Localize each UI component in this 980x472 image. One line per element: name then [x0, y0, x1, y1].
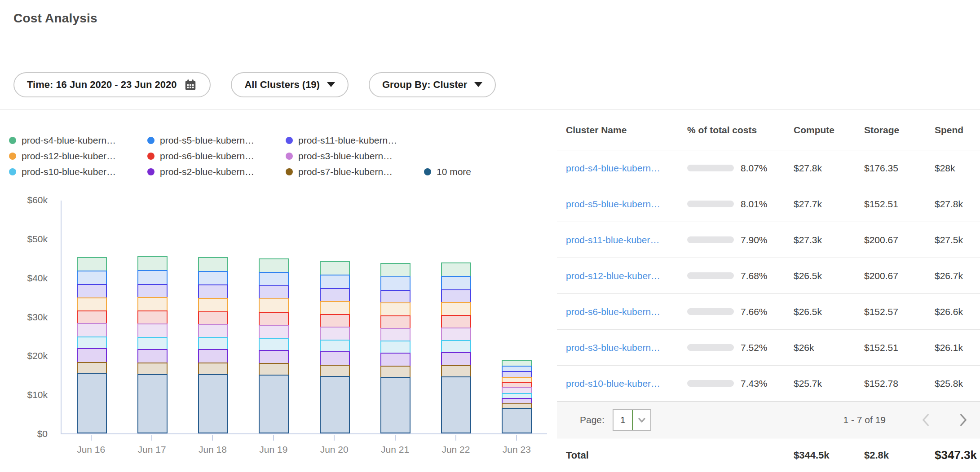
bar-segment: [137, 270, 168, 285]
pct-value: 8.07%: [741, 163, 768, 174]
pct-of-total-cell: 7.52%: [687, 342, 794, 353]
y-tick-label: $40k: [9, 273, 48, 284]
legend-row: prod-s10-blue-kuber…prod-s2-blue-kubern……: [9, 166, 557, 177]
bar-segment: [77, 271, 107, 285]
x-axis-category: Jun 21: [365, 435, 425, 455]
x-tick-label: Jun 22: [441, 444, 470, 455]
bar-segment: [259, 272, 289, 286]
bar-segment: [441, 315, 471, 328]
legend-item[interactable]: prod-s4-blue-kubern…: [9, 135, 147, 146]
column-header-cluster-name: Cluster Name: [566, 125, 687, 135]
total-storage: $2.8k: [864, 450, 935, 461]
bar-segment: [137, 337, 168, 350]
x-tick-mark: [273, 435, 274, 441]
x-tick-label: Jun 18: [199, 444, 227, 455]
pct-value: 7.66%: [741, 306, 768, 317]
cluster-name-link[interactable]: prod-s11-blue-kuber…: [566, 235, 687, 245]
legend-item[interactable]: prod-s7-blue-kubern…: [286, 166, 424, 177]
group-by-filter-button[interactable]: Group By: Cluster: [369, 72, 496, 97]
pct-progress-track: [687, 272, 734, 279]
bar-segment: [198, 349, 228, 363]
legend-item[interactable]: prod-s6-blue-kubern…: [147, 151, 286, 162]
cluster-name-link[interactable]: prod-s5-blue-kubern…: [566, 199, 687, 210]
total-spend: $347.3k: [935, 448, 980, 462]
x-tick-mark: [516, 435, 517, 441]
pct-of-total-cell: 7.66%: [687, 306, 794, 317]
legend-item[interactable]: prod-s3-blue-kubern…: [286, 151, 424, 162]
legend-dot-icon: [9, 153, 16, 160]
y-tick-label: $50k: [9, 234, 48, 245]
bar-segment: [320, 275, 350, 289]
table-row: prod-s4-blue-kubern…8.07%$27.8k$176.35$2…: [557, 150, 980, 186]
legend-item[interactable]: prod-s2-blue-kubern…: [147, 166, 286, 177]
y-tick-label: $20k: [9, 350, 48, 361]
bar-column: [243, 201, 304, 433]
pct-value: 7.43%: [741, 378, 768, 389]
x-axis-category: Jun 16: [61, 435, 121, 455]
bar-segment: [137, 374, 168, 433]
cluster-name-link[interactable]: prod-s3-blue-kubern…: [566, 342, 687, 353]
cluster-name-link[interactable]: prod-s6-blue-kubern…: [566, 306, 687, 317]
table-row: prod-s12-blue-kuber…7.68%$26.5k$200.67$2…: [557, 258, 980, 294]
pagination-bar: Page: 1 1 - 7 of 19: [557, 402, 980, 438]
time-filter-button[interactable]: Time: 16 Jun 2020 - 23 Jun 2020: [13, 72, 211, 97]
pct-progress-track: [687, 308, 734, 315]
legend-item[interactable]: prod-s5-blue-kubern…: [147, 135, 286, 146]
total-row: Total $344.5k $2.8k $347.3k: [557, 438, 980, 472]
cluster-name-link[interactable]: prod-s10-blue-kuber…: [566, 378, 687, 389]
spend-value: $27.8k: [935, 199, 980, 210]
bar-segment: [259, 363, 289, 376]
cost-table-section: Cluster Name% of total costsComputeStora…: [557, 110, 980, 472]
legend-row: prod-s4-blue-kubern…prod-s5-blue-kubern……: [9, 135, 557, 146]
legend-dot-icon: [286, 168, 293, 175]
clusters-filter-button[interactable]: All Clusters (19): [231, 72, 349, 97]
pagination-range: 1 - 7 of 19: [843, 415, 886, 425]
compute-value: $27.3k: [794, 235, 864, 245]
pct-value: 7.52%: [741, 342, 768, 353]
x-axis-category: Jun 23: [486, 435, 547, 455]
legend-item[interactable]: prod-s10-blue-kuber…: [9, 166, 147, 177]
chart-legend: prod-s4-blue-kubern…prod-s5-blue-kubern……: [9, 135, 557, 177]
bar-segment: [259, 375, 289, 433]
storage-value: $152.78: [864, 378, 935, 389]
legend-item[interactable]: prod-s12-blue-kuber…: [9, 151, 147, 162]
spend-value: $26.1k: [935, 342, 980, 353]
pct-progress-track: [687, 201, 734, 207]
legend-item[interactable]: prod-s11-blue-kubern…: [286, 135, 424, 146]
table-row: prod-s6-blue-kubern…7.66%$26.5k$152.57$2…: [557, 294, 980, 330]
x-tick-label: Jun 21: [381, 444, 409, 455]
prev-page-button[interactable]: [920, 413, 931, 427]
column-header--of-total-costs: % of total costs: [687, 125, 794, 135]
bar-segment: [77, 337, 107, 350]
bar-segment: [320, 314, 350, 328]
x-axis-category: Jun 22: [425, 435, 486, 455]
bar-segment: [441, 262, 471, 277]
y-tick-label: $60k: [9, 195, 48, 205]
x-axis-category: Jun 17: [121, 435, 182, 455]
bar-segment: [320, 261, 350, 275]
next-page-button[interactable]: [958, 413, 969, 427]
chart-section: prod-s4-blue-kubern…prod-s5-blue-kubern……: [0, 110, 557, 472]
bar-segment: [380, 276, 411, 290]
time-filter-label: Time: 16 Jun 2020 - 23 Jun 2020: [27, 79, 177, 91]
cluster-name-link[interactable]: prod-s4-blue-kubern…: [566, 163, 687, 174]
bar-column: [426, 201, 486, 433]
page-select[interactable]: 1: [613, 409, 651, 431]
table-row: prod-s3-blue-kubern…7.52%$26k$152.51$26.…: [557, 330, 980, 366]
cluster-name-link[interactable]: prod-s12-blue-kuber…: [566, 271, 687, 281]
legend-item-label: prod-s12-blue-kuber…: [22, 151, 116, 162]
cost-bar-chart: $0$10k$20k$30k$40k$50k$60k Jun 16Jun 17J…: [9, 201, 557, 463]
stacked-bar: [320, 261, 350, 433]
bar-segment: [441, 365, 471, 377]
pct-of-total-cell: 7.90%: [687, 235, 794, 245]
spend-value: $25.8k: [935, 378, 980, 389]
bar-segment: [320, 327, 350, 340]
bar-segment: [137, 284, 168, 298]
legend-item[interactable]: 10 more: [424, 166, 471, 177]
stacked-bar: [77, 257, 107, 433]
compute-value: $25.7k: [794, 378, 864, 389]
legend-dot-icon: [147, 168, 155, 175]
caret-down-icon: [474, 82, 482, 87]
chevron-down-icon: [633, 410, 650, 430]
spend-value: $27.5k: [935, 235, 980, 245]
